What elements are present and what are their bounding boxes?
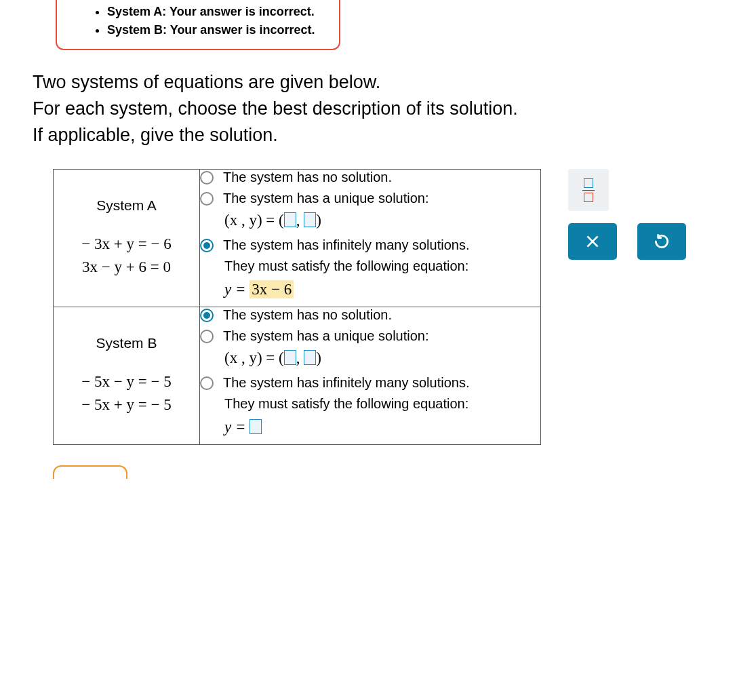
option-label: The system has a unique solution: (223, 191, 429, 206)
equation: − 3x + y = − 6 (54, 233, 199, 256)
feedback-item: System B: Your answer is incorrect. (107, 21, 327, 39)
table-row: System B − 5x − y = − 5 − 5x + y = − 5 T… (54, 307, 541, 445)
feedback-box: System A: Your answer is incorrect. Syst… (56, 0, 340, 50)
bottom-partial-box (53, 465, 127, 479)
option-no-solution[interactable]: The system has no solution. (200, 170, 540, 185)
y-equation-row: y = (224, 419, 540, 436)
option-no-solution[interactable]: The system has no solution. (200, 307, 540, 323)
option-label: The system has no solution. (223, 170, 392, 185)
equation: 3x − y + 6 = 0 (54, 256, 199, 279)
satisfy-text: They must satisfy the following equation… (224, 258, 540, 274)
option-unique[interactable]: The system has a unique solution: (200, 191, 540, 206)
reset-icon (653, 233, 671, 250)
y-input[interactable] (304, 212, 316, 227)
fraction-bottom-icon (584, 193, 593, 202)
option-label: The system has a unique solution: (223, 328, 429, 344)
xy-prefix: (x , y) = (224, 212, 279, 229)
radio-icon (200, 171, 214, 184)
radio-icon (200, 309, 214, 322)
system-a-label: System A (54, 197, 199, 214)
xy-prefix: (x , y) = (224, 349, 279, 366)
instruction-line: Two systems of equations are given below… (33, 69, 738, 96)
instruction-line: If applicable, give the solution. (33, 122, 738, 149)
radio-icon (200, 192, 214, 206)
close-button[interactable] (568, 223, 617, 260)
close-icon (584, 233, 601, 250)
fraction-line-icon (582, 190, 595, 191)
radio-icon (200, 239, 214, 252)
option-infinite[interactable]: The system has infinitely many solutions… (200, 375, 540, 391)
radio-icon (200, 376, 214, 390)
unique-solution-input: (x , y) = (, ) (224, 212, 540, 229)
y-eq-value[interactable]: 3x − 6 (249, 280, 294, 298)
instruction-line: For each system, choose the best descrip… (33, 96, 738, 122)
y-equation-row: y = 3x − 6 (224, 281, 540, 298)
equation: − 5x + y = − 5 (54, 393, 199, 417)
fraction-top-icon (584, 178, 593, 188)
y-eq-input[interactable] (249, 419, 262, 434)
radio-icon (200, 330, 214, 343)
system-a-cell: System A − 3x + y = − 6 3x − y + 6 = 0 (54, 170, 200, 307)
system-b-options: The system has no solution. The system h… (200, 307, 541, 445)
option-label: The system has no solution. (223, 307, 392, 323)
system-a-equations: − 3x + y = − 6 3x − y + 6 = 0 (54, 233, 199, 279)
option-label: The system has infinitely many solutions… (223, 375, 470, 391)
option-unique[interactable]: The system has a unique solution: (200, 328, 540, 344)
systems-table: System A − 3x + y = − 6 3x − y + 6 = 0 T… (53, 169, 541, 445)
y-input[interactable] (304, 350, 316, 365)
satisfy-text: They must satisfy the following equation… (224, 396, 540, 412)
y-eq-prefix: y = (224, 419, 249, 435)
system-b-equations: − 5x − y = − 5 − 5x + y = − 5 (54, 370, 199, 417)
option-label: The system has infinitely many solutions… (223, 237, 470, 253)
equation: − 5x − y = − 5 (54, 370, 199, 394)
option-infinite[interactable]: The system has infinitely many solutions… (200, 237, 540, 253)
unique-solution-input: (x , y) = (, ) (224, 349, 540, 367)
system-a-options: The system has no solution. The system h… (200, 170, 541, 307)
fraction-icon (582, 178, 595, 203)
fraction-button[interactable] (568, 169, 609, 211)
system-b-label: System B (54, 335, 199, 351)
tools-panel (568, 169, 686, 260)
table-row: System A − 3x + y = − 6 3x − y + 6 = 0 T… (54, 170, 541, 307)
reset-button[interactable] (637, 223, 686, 260)
x-input[interactable] (284, 350, 296, 365)
feedback-item: System A: Your answer is incorrect. (107, 3, 327, 21)
system-b-cell: System B − 5x − y = − 5 − 5x + y = − 5 (54, 307, 200, 445)
x-input[interactable] (284, 212, 296, 227)
instructions: Two systems of equations are given below… (33, 69, 738, 149)
y-eq-prefix: y = (224, 281, 249, 298)
